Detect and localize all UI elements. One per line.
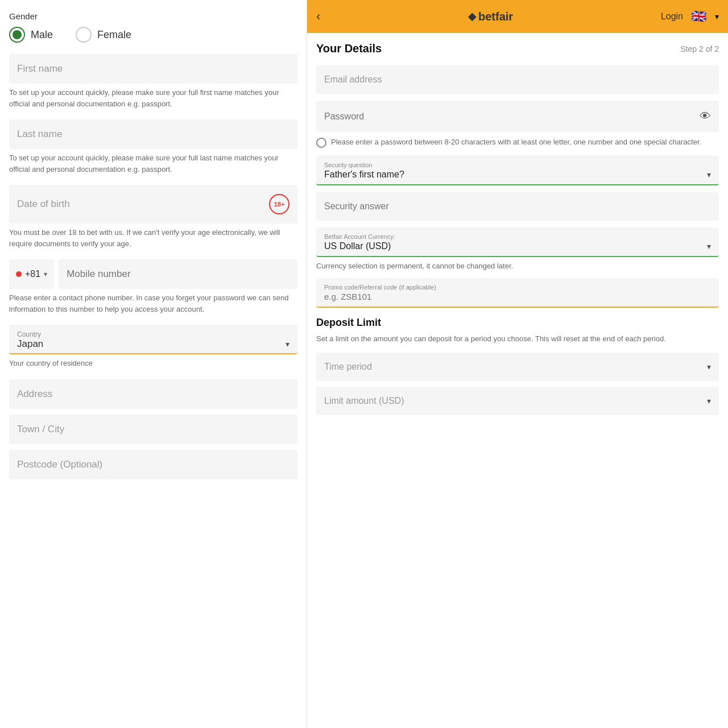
gender-section: Gender Male Female	[9, 11, 297, 43]
dob-placeholder: Date of birth	[17, 198, 70, 210]
phone-country-selector[interactable]: +81 ▾	[9, 259, 54, 289]
security-question-value: Father's first name?	[324, 169, 404, 180]
security-question-label: Security question	[324, 162, 711, 168]
country-label: Country	[17, 330, 289, 338]
language-button[interactable]: 🇬🇧	[689, 6, 709, 27]
last-name-input[interactable]	[17, 129, 289, 140]
logo-text: betfair	[478, 10, 513, 23]
first-name-hint: To set up your account quickly, please m…	[9, 87, 297, 109]
last-name-hint: To set up your account quickly, please m…	[9, 152, 297, 175]
male-radio[interactable]	[9, 27, 25, 43]
page-header: Your Details Step 2 of 2	[316, 42, 719, 55]
promo-field[interactable]: Promo code/Referral code (if applicable)	[316, 278, 719, 308]
phone-flag-dot	[16, 271, 22, 277]
security-answer-input[interactable]	[324, 201, 711, 212]
postcode-input[interactable]	[17, 459, 289, 470]
female-label: Female	[97, 29, 131, 41]
email-field[interactable]	[316, 65, 719, 94]
gender-options: Male Female	[9, 27, 297, 43]
password-hint-text: Please enter a password between 8-20 cha…	[331, 136, 701, 148]
phone-number-input[interactable]	[67, 268, 289, 280]
country-wrapper: Country Japan ▾	[9, 325, 297, 354]
flag-icon: 🇬🇧	[691, 9, 706, 24]
login-button[interactable]: Login	[661, 11, 683, 22]
deposit-limit-desc: Set a limit on the amount you can deposi…	[316, 333, 719, 345]
country-value-row: Japan ▾	[17, 338, 289, 350]
page-title: Your Details	[316, 42, 382, 55]
check-circle-icon	[316, 138, 326, 148]
password-input[interactable]	[324, 111, 700, 122]
currency-chevron: ▾	[707, 242, 711, 251]
deposit-limit-title: Deposit Limit	[316, 317, 719, 329]
time-period-select[interactable]: Time period ▾	[316, 353, 719, 381]
currency-value-row: US Dollar (USD) ▾	[324, 241, 711, 251]
country-chevron: ▾	[286, 340, 289, 349]
female-radio[interactable]	[76, 27, 92, 43]
time-period-placeholder: Time period	[324, 362, 372, 372]
currency-label: Betfair Account Currency:	[324, 233, 711, 240]
country-select[interactable]: Country Japan ▾	[9, 325, 297, 354]
gender-label: Gender	[9, 11, 297, 21]
male-label: Male	[31, 29, 53, 41]
right-panel: ‹ ◆ betfair Login 🇬🇧 ▾ Your Details Step…	[307, 0, 728, 728]
security-question-value-row: Father's first name? ▾	[324, 169, 711, 180]
limit-amount-chevron: ▾	[707, 396, 711, 406]
postcode-field[interactable]	[9, 450, 297, 479]
town-city-input[interactable]	[17, 424, 289, 435]
password-toggle-icon[interactable]: 👁	[700, 110, 711, 123]
promo-input[interactable]	[324, 292, 711, 301]
male-option[interactable]: Male	[9, 27, 53, 43]
promo-label: Promo code/Referral code (if applicable)	[324, 284, 711, 291]
address-field[interactable]	[9, 379, 297, 409]
top-bar: ‹ ◆ betfair Login 🇬🇧 ▾	[307, 0, 728, 33]
security-answer-field[interactable]	[316, 192, 719, 221]
right-content: Your Details Step 2 of 2 👁 Please enter …	[307, 33, 728, 424]
security-question-field[interactable]: Security question Father's first name? ▾	[316, 156, 719, 185]
currency-hint: Currency selection is permanent, it cann…	[316, 262, 719, 270]
password-field[interactable]: 👁	[316, 101, 719, 132]
email-input[interactable]	[324, 75, 711, 85]
step-info: Step 2 of 2	[680, 44, 719, 53]
address-input[interactable]	[17, 388, 289, 400]
time-period-chevron: ▾	[707, 362, 711, 371]
phone-code: +81	[25, 269, 40, 279]
security-question-chevron: ▾	[707, 170, 711, 179]
dob-field[interactable]: Date of birth 18+	[9, 185, 297, 224]
female-option[interactable]: Female	[76, 27, 131, 43]
phone-hint: Please enter a contact phone number. In …	[9, 292, 297, 315]
first-name-field[interactable]	[9, 54, 297, 84]
limit-amount-placeholder: Limit amount (USD)	[324, 396, 404, 406]
currency-value: US Dollar (USD)	[324, 241, 391, 251]
country-hint: Your country of residence	[9, 358, 297, 369]
phone-country-chevron: ▾	[44, 270, 47, 278]
first-name-input[interactable]	[17, 63, 289, 75]
left-panel: Gender Male Female To set up your accoun…	[0, 0, 307, 728]
phone-row: +81 ▾	[9, 259, 297, 289]
diamond-icon: ◆	[468, 10, 476, 23]
town-city-field[interactable]	[9, 415, 297, 444]
last-name-field[interactable]	[9, 119, 297, 149]
top-bar-actions: Login 🇬🇧 ▾	[661, 6, 719, 27]
betfair-logo: ◆ betfair	[468, 10, 513, 23]
limit-amount-select[interactable]: Limit amount (USD) ▾	[316, 387, 719, 415]
back-button[interactable]: ‹	[316, 9, 320, 24]
age-badge: 18+	[269, 194, 289, 214]
country-value: Japan	[17, 338, 43, 350]
phone-number-field[interactable]	[59, 259, 297, 289]
currency-select[interactable]: Betfair Account Currency: US Dollar (USD…	[316, 228, 719, 257]
password-hint-row: Please enter a password between 8-20 cha…	[316, 136, 719, 148]
dob-hint: You must be over 18 to bet with us. If w…	[9, 227, 297, 249]
language-chevron[interactable]: ▾	[715, 12, 719, 21]
